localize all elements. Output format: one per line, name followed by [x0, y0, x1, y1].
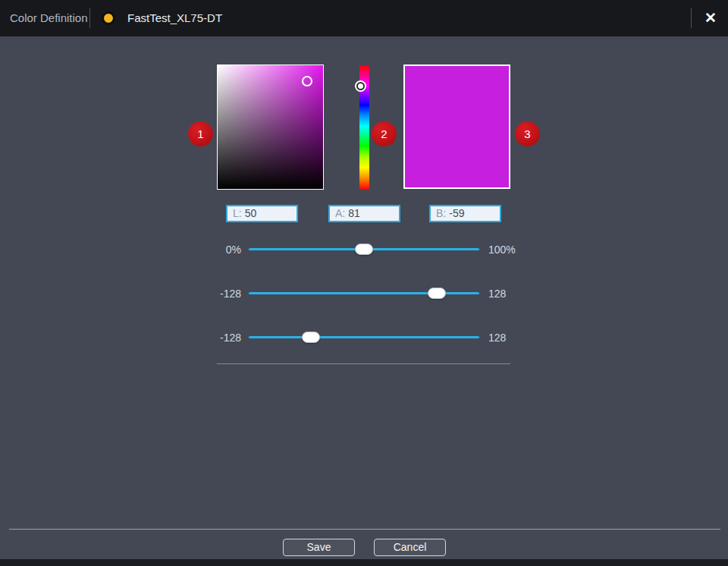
- b-slider-min-label: -128: [197, 332, 241, 344]
- color-preview: [403, 64, 510, 189]
- lab-b-value: -59: [449, 207, 464, 219]
- lab-l-label: L:: [233, 207, 242, 219]
- b-slider[interactable]: [249, 329, 479, 347]
- b-slider-max-label: 128: [488, 332, 541, 344]
- slider-handle[interactable]: [302, 332, 320, 343]
- lab-b-field[interactable]: B:-59: [429, 205, 501, 222]
- a-slider-min-label: -128: [197, 288, 241, 300]
- l-slider[interactable]: [249, 241, 479, 259]
- slider-handle[interactable]: [355, 244, 373, 255]
- titlebar-separator: [89, 8, 90, 28]
- titlebar-separator: [691, 8, 692, 28]
- footer-divider: [9, 529, 720, 530]
- save-button[interactable]: Save: [283, 539, 355, 556]
- lab-b-label: B:: [436, 207, 446, 219]
- profile-name: FastTest_XL75-DT: [127, 0, 222, 36]
- lab-l-field[interactable]: L:50: [226, 205, 298, 222]
- l-slider-min-label: 0%: [197, 244, 241, 256]
- color-profile-dot-icon: [102, 11, 115, 25]
- slider-track[interactable]: [249, 336, 479, 338]
- title-bar: Color Definition FastTest_XL75-DT ✕: [0, 0, 728, 36]
- lab-a-value: 81: [348, 207, 360, 219]
- color-definition-dialog: Color Definition FastTest_XL75-DT ✕ 1 2 …: [0, 0, 728, 566]
- step-badge-2: 2: [372, 121, 397, 146]
- hue-handle[interactable]: [356, 82, 365, 90]
- saturation-square[interactable]: [217, 64, 324, 190]
- bottom-bar: [0, 559, 728, 566]
- dialog-title: Color Definition: [10, 0, 88, 36]
- step-badge-3: 3: [515, 121, 540, 146]
- saturation-cursor[interactable]: [302, 76, 312, 86]
- cancel-button[interactable]: Cancel: [374, 539, 446, 556]
- lab-a-field[interactable]: A:81: [328, 205, 400, 222]
- slider-handle[interactable]: [428, 288, 446, 299]
- step-badge-1: 1: [188, 121, 213, 146]
- content-divider: [217, 363, 510, 364]
- close-icon[interactable]: ✕: [699, 8, 722, 29]
- lab-l-value: 50: [245, 207, 257, 219]
- hue-slider[interactable]: [359, 65, 369, 190]
- a-slider[interactable]: [249, 285, 479, 303]
- lab-a-label: A:: [335, 207, 345, 219]
- a-slider-max-label: 128: [488, 288, 541, 300]
- l-slider-max-label: 100%: [488, 244, 541, 256]
